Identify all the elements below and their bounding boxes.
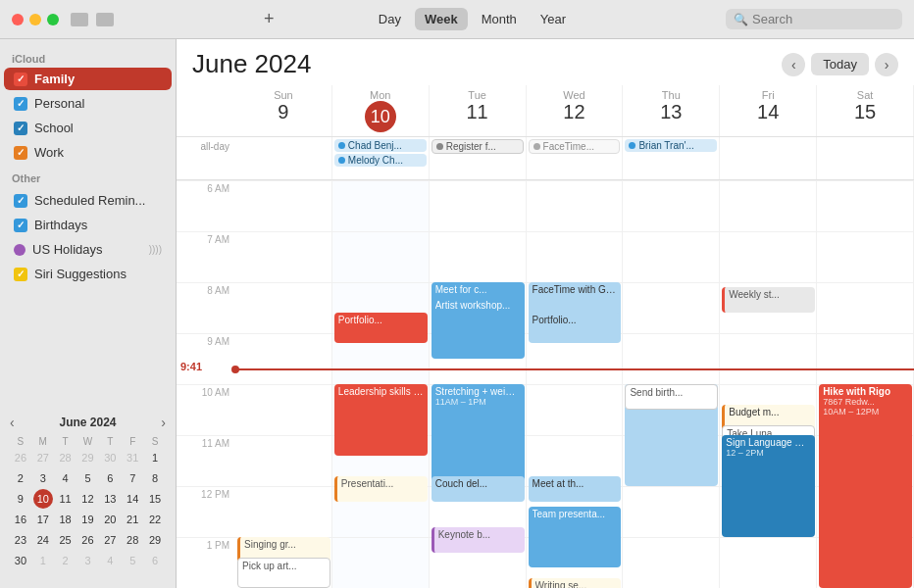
time-cell-1-0[interactable] bbox=[235, 231, 332, 282]
mini-cal-day[interactable]: 6 bbox=[100, 468, 120, 488]
time-cell-1-5[interactable] bbox=[720, 231, 817, 282]
event-pill[interactable]: Leadership skills work... bbox=[334, 384, 428, 456]
sidebar-item-work[interactable]: ✓ Work bbox=[4, 141, 172, 164]
time-cell-1-1[interactable] bbox=[332, 231, 430, 282]
time-cell-1-3[interactable] bbox=[527, 231, 624, 282]
mini-cal-day[interactable]: 28 bbox=[123, 530, 142, 550]
mini-cal-next[interactable]: › bbox=[161, 415, 166, 430]
time-cell-2-0[interactable] bbox=[235, 282, 332, 333]
mini-cal-day[interactable]: 27 bbox=[100, 530, 120, 550]
mini-cal-day[interactable]: 8 bbox=[145, 468, 165, 488]
time-cell-1-4[interactable] bbox=[623, 231, 720, 282]
mini-cal-prev[interactable]: ‹ bbox=[10, 415, 15, 430]
mini-cal-day[interactable]: 6 bbox=[145, 551, 165, 570]
tab-day[interactable]: Day bbox=[369, 8, 411, 30]
cal-today-button[interactable]: Today bbox=[811, 53, 869, 75]
time-cell-7-1[interactable] bbox=[332, 537, 430, 588]
event-pill[interactable]: Send birth... bbox=[625, 384, 718, 410]
event-pill[interactable]: Portfolio... bbox=[529, 313, 622, 343]
event-pill[interactable]: Presentati... bbox=[334, 476, 428, 502]
close-button[interactable] bbox=[12, 14, 24, 25]
mini-cal-day[interactable]: 2 bbox=[11, 468, 30, 488]
search-input[interactable] bbox=[752, 12, 889, 26]
mini-cal-day[interactable]: 26 bbox=[11, 448, 30, 467]
time-cell-0-6[interactable] bbox=[817, 180, 914, 231]
cal-next-button[interactable]: › bbox=[875, 53, 898, 76]
mini-cal-day[interactable]: 7 bbox=[123, 468, 142, 488]
event-pill[interactable]: Pick up art... bbox=[237, 558, 330, 588]
mini-cal-day[interactable]: 16 bbox=[11, 510, 30, 529]
mini-cal-day[interactable]: 11 bbox=[56, 489, 76, 509]
mini-cal-day[interactable]: 1 bbox=[33, 551, 53, 570]
event-pill[interactable]: Meet at th... bbox=[529, 476, 622, 502]
mini-cal-day[interactable]: 23 bbox=[11, 530, 30, 550]
add-event-button[interactable]: + bbox=[264, 9, 275, 29]
time-cell-3-5[interactable] bbox=[720, 333, 817, 384]
sidebar-item-personal[interactable]: ✓ Personal bbox=[4, 92, 172, 115]
allday-event-brian[interactable]: Brian Tran'... bbox=[625, 139, 717, 152]
time-cell-7-5[interactable] bbox=[720, 537, 817, 588]
sidebar-item-birthdays[interactable]: ✓ Birthdays bbox=[4, 214, 172, 236]
personal-checkbox[interactable]: ✓ bbox=[14, 97, 27, 111]
time-cell-7-4[interactable] bbox=[623, 537, 720, 588]
mini-cal-day[interactable]: 12 bbox=[77, 489, 97, 509]
sidebar-item-reminders[interactable]: ✓ Scheduled Remin... bbox=[4, 189, 172, 212]
mini-cal-day[interactable]: 18 bbox=[56, 510, 76, 529]
mini-cal-day[interactable]: 4 bbox=[56, 468, 76, 488]
mini-cal-day[interactable]: 3 bbox=[33, 468, 53, 488]
mini-cal-day[interactable]: 3 bbox=[77, 551, 97, 570]
mini-cal-today[interactable]: 10 bbox=[33, 489, 53, 509]
time-cell-0-4[interactable] bbox=[623, 180, 720, 231]
tab-month[interactable]: Month bbox=[472, 8, 527, 30]
sidebar-item-school[interactable]: ✓ School bbox=[4, 117, 172, 139]
mini-cal-day[interactable]: 13 bbox=[100, 489, 120, 509]
mini-cal-day[interactable]: 31 bbox=[123, 448, 142, 467]
tab-year[interactable]: Year bbox=[531, 8, 576, 30]
time-cell-1-2[interactable] bbox=[430, 231, 527, 282]
time-cell-6-4[interactable] bbox=[623, 486, 720, 537]
mini-cal-day[interactable]: 5 bbox=[77, 468, 97, 488]
family-checkbox[interactable]: ✓ bbox=[14, 73, 27, 86]
mini-cal-day[interactable]: 25 bbox=[56, 530, 76, 550]
mini-cal-day[interactable]: 21 bbox=[123, 510, 142, 529]
time-cell-3-0[interactable] bbox=[235, 333, 332, 384]
time-cell-4-0[interactable] bbox=[235, 384, 332, 435]
time-cell-3-6[interactable] bbox=[817, 333, 914, 384]
mini-cal-day[interactable]: 5 bbox=[123, 551, 142, 570]
reminders-checkbox[interactable]: ✓ bbox=[14, 194, 27, 208]
mini-cal-day[interactable]: 14 bbox=[123, 489, 142, 509]
sidebar-item-family[interactable]: ✓ Family bbox=[4, 68, 172, 90]
event-pill[interactable]: Artist workshop... bbox=[432, 298, 525, 359]
work-checkbox[interactable]: ✓ bbox=[14, 146, 27, 160]
time-cell-1-6[interactable] bbox=[817, 231, 914, 282]
time-cell-0-0[interactable] bbox=[235, 180, 332, 231]
event-pill[interactable]: Couch del... bbox=[432, 476, 525, 502]
time-cell-2-6[interactable] bbox=[817, 282, 914, 333]
event-pill[interactable]: Team presenta... bbox=[529, 507, 622, 567]
allday-event-facetime[interactable]: FaceTime... bbox=[529, 139, 621, 154]
tab-week[interactable]: Week bbox=[415, 8, 468, 30]
school-checkbox[interactable]: ✓ bbox=[14, 122, 27, 135]
time-cell-6-0[interactable] bbox=[235, 486, 332, 537]
time-cell-4-3[interactable] bbox=[527, 384, 624, 435]
mini-cal-day[interactable]: 2 bbox=[56, 551, 76, 570]
mini-cal-day[interactable]: 4 bbox=[100, 551, 120, 570]
time-cell-0-5[interactable] bbox=[720, 180, 817, 231]
time-cell-5-0[interactable] bbox=[235, 435, 332, 486]
sidebar-item-siri[interactable]: ✓ Siri Suggestions bbox=[4, 263, 172, 285]
mini-cal-day[interactable]: 29 bbox=[77, 448, 97, 467]
time-cell-0-2[interactable] bbox=[430, 180, 527, 231]
event-pill[interactable]: Sign Language Club12 – 2PM bbox=[722, 435, 815, 537]
allday-event-melody[interactable]: Melody Ch... bbox=[334, 154, 427, 167]
siri-checkbox[interactable]: ✓ bbox=[14, 268, 27, 281]
event-pill[interactable]: Stretching + weights11AM – 1PM bbox=[432, 384, 525, 486]
mini-cal-day[interactable]: 22 bbox=[145, 510, 165, 529]
mini-cal-day[interactable]: 9 bbox=[11, 489, 30, 509]
mini-cal-day[interactable]: 15 bbox=[145, 489, 165, 509]
mini-cal-day[interactable]: 19 bbox=[77, 510, 97, 529]
mini-cal-day[interactable]: 20 bbox=[100, 510, 120, 529]
maximize-button[interactable] bbox=[47, 14, 59, 25]
mini-cal-day[interactable]: 30 bbox=[100, 448, 120, 467]
time-cell-0-1[interactable] bbox=[332, 180, 430, 231]
event-pill[interactable]: Writing se... bbox=[529, 578, 622, 588]
